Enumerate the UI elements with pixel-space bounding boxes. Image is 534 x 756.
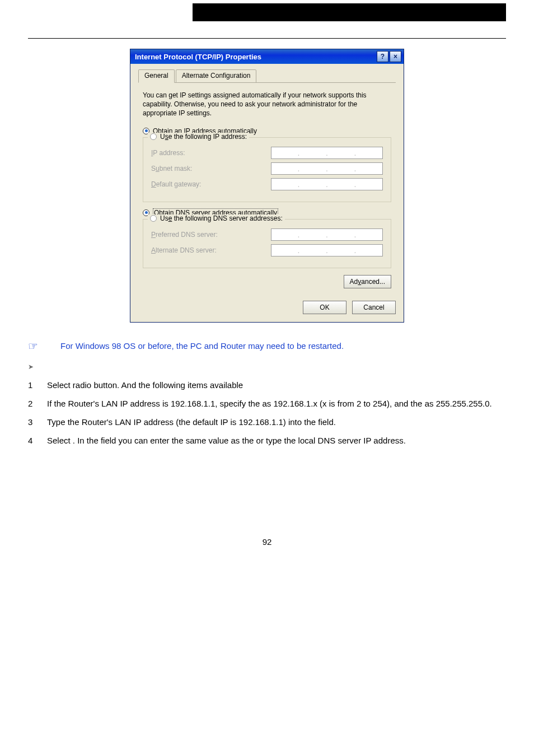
ip-group: Use the following IP address: IP address… (143, 137, 391, 202)
default-gateway-input: ... (271, 178, 383, 190)
alternate-dns-label: Alternate DNS server: (151, 246, 267, 254)
step-number: 1 (28, 379, 36, 391)
step-3-text: Type the Router's LAN IP address (the de… (47, 416, 336, 428)
advanced-button[interactable]: Advanced... (344, 275, 391, 288)
dialog-title: Internet Protocol (TCP/IP) Properties (135, 53, 261, 61)
dialog-titlebar: Internet Protocol (TCP/IP) Properties ? … (130, 49, 404, 64)
tab-general[interactable]: General (138, 69, 175, 83)
radio-icon (150, 215, 157, 222)
help-button[interactable]: ? (377, 51, 388, 62)
top-black-strip (193, 3, 506, 21)
horizontal-rule (28, 38, 506, 39)
subnet-mask-input: ... (271, 162, 383, 175)
hand-icon: ☞ (28, 339, 38, 353)
preferred-dns-input: ... (271, 228, 383, 241)
close-button[interactable]: × (390, 51, 401, 62)
preferred-dns-label: Preferred DNS server: (151, 231, 267, 239)
ip-address-input: ... (271, 147, 383, 159)
ip-address-label: IP address: (151, 149, 267, 157)
cancel-button[interactable]: Cancel (352, 301, 396, 314)
page-number: 92 (28, 537, 506, 547)
tcpip-properties-dialog: Internet Protocol (TCP/IP) Properties ? … (130, 49, 404, 323)
radio-use-dns[interactable]: Use the following DNS server addresses: (148, 214, 285, 222)
step-1-text: Select radio button. And the following i… (47, 379, 243, 391)
step-number: 4 (28, 434, 36, 447)
radio-use-ip[interactable]: Use the following IP address: (148, 133, 249, 141)
ok-button[interactable]: OK (303, 301, 346, 314)
step-number: 3 (28, 416, 36, 428)
radio-icon (150, 133, 157, 140)
radio-use-ip-label: Use the following IP address: (160, 133, 247, 141)
tabs: General Alternate Configuration (138, 69, 396, 83)
chevron-icon: ➤ (28, 363, 506, 371)
step-2-text: If the Router's LAN IP address is 192.16… (47, 397, 492, 410)
default-gateway-label: Default gateway: (151, 180, 267, 188)
note-text: For Windows 98 OS or before, the PC and … (60, 341, 344, 351)
subnet-mask-label: Subnet mask: (151, 165, 267, 172)
dns-group: Use the following DNS server addresses: … (143, 219, 391, 268)
dialog-description: You can get IP settings assigned automat… (143, 91, 391, 118)
steps: 1Select radio button. And the following … (28, 379, 506, 447)
step-4-text: Select . In the field you can enter the … (47, 434, 406, 447)
note-row: ☞ For Windows 98 OS or before, the PC an… (28, 339, 506, 353)
step-number: 2 (28, 397, 36, 410)
alternate-dns-input: ... (271, 244, 383, 256)
tab-alternate[interactable]: Alternate Configuration (176, 69, 257, 83)
radio-use-dns-label: Use the following DNS server addresses: (160, 214, 283, 222)
